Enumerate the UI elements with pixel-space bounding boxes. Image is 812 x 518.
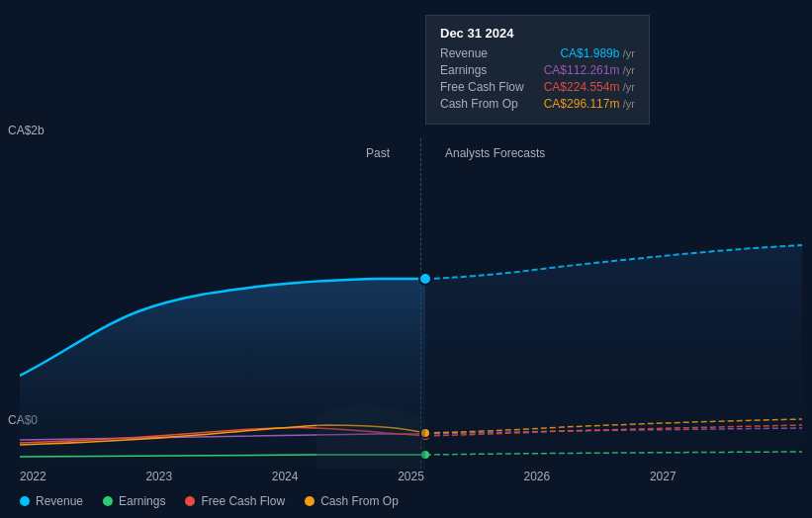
tooltip-row-earnings: Earnings CA$112.261m /yr (440, 63, 635, 77)
tooltip-value-revenue: CA$1.989b /yr (560, 46, 635, 60)
x-label-2022: 2022 (20, 470, 46, 483)
x-label-2027: 2027 (650, 470, 677, 483)
legend-label-earnings: Earnings (119, 494, 165, 508)
legend-dot-earnings (103, 496, 113, 506)
chart-container: Dec 31 2024 Revenue CA$1.989b /yr Earnin… (0, 0, 812, 518)
tooltip-label-revenue: Revenue (440, 46, 488, 60)
tooltip-row-fcf: Free Cash Flow CA$224.554m /yr (440, 80, 635, 94)
tooltip-value-fcf: CA$224.554m /yr (544, 80, 635, 94)
tooltip-value-earnings: CA$112.261m /yr (544, 63, 635, 77)
tooltip-value-cfo: CA$296.117m /yr (544, 97, 635, 111)
tooltip-row-cfo: Cash From Op CA$296.117m /yr (440, 97, 635, 111)
tooltip-label-fcf: Free Cash Flow (440, 80, 524, 94)
legend-dot-revenue (20, 496, 30, 506)
y-axis-top: CA$2b (8, 124, 45, 137)
tooltip-label-earnings: Earnings (440, 63, 487, 77)
tooltip-row-revenue: Revenue CA$1.989b /yr (440, 46, 635, 60)
legend-cfo: Cash From Op (305, 494, 399, 508)
legend-label-revenue: Revenue (36, 494, 83, 508)
legend-dot-fcf (185, 496, 195, 506)
x-axis: 2022 2023 2024 2025 2026 2027 2028 (20, 470, 802, 483)
legend-fcf: Free Cash Flow (185, 494, 285, 508)
x-label-2025: 2025 (398, 470, 424, 483)
legend: Revenue Earnings Free Cash Flow Cash Fro… (20, 494, 802, 508)
x-label-2026: 2026 (524, 470, 551, 483)
x-label-2023: 2023 (145, 470, 172, 483)
legend-dot-cfo (305, 496, 315, 506)
legend-earnings: Earnings (103, 494, 165, 508)
legend-revenue: Revenue (20, 494, 83, 508)
svg-point-0 (419, 273, 431, 285)
x-label-2024: 2024 (272, 470, 299, 483)
tooltip-label-cfo: Cash From Op (440, 97, 518, 111)
legend-label-fcf: Free Cash Flow (201, 494, 285, 508)
tooltip-date: Dec 31 2024 (440, 26, 635, 41)
tooltip: Dec 31 2024 Revenue CA$1.989b /yr Earnin… (425, 15, 650, 125)
main-chart (20, 138, 802, 469)
legend-label-cfo: Cash From Op (320, 494, 399, 508)
